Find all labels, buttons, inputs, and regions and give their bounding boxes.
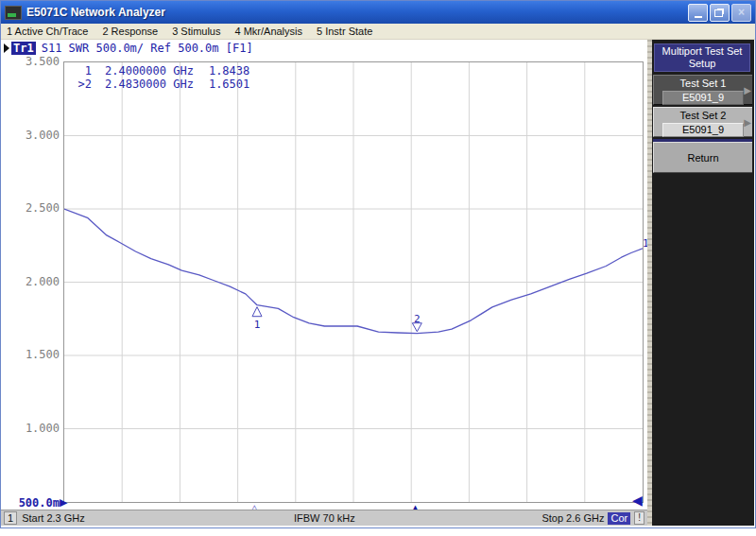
marker-readout: 1 2.4000000 GHz 1.8438 >2 2.4830000 GHz … [73, 64, 249, 91]
graph-area[interactable]: 12 [63, 61, 644, 503]
minimize-button[interactable] [688, 4, 708, 22]
menu-item-stimulus[interactable]: 3 Stimulus [172, 26, 220, 37]
return-button[interactable]: Return [653, 142, 752, 173]
menu-item-mkr-analysis[interactable]: 4 Mkr/Analysis [234, 26, 302, 37]
close-icon: × [738, 7, 745, 18]
test-set-2-label: Test Set 2 [654, 110, 752, 122]
marker-2-triangle-icon[interactable] [412, 323, 421, 332]
start-frequency-label: Start 2.3 GHz [22, 512, 85, 524]
test-set-2-value: E5091_9 [662, 123, 744, 137]
menu-bar: 1 Active Ch/Trace 2 Response 3 Stimulus … [1, 24, 755, 40]
stop-frequency-label: Stop 2.6 GHz [541, 512, 604, 524]
test-set-2-button[interactable]: Test Set 2 E5091_9 ▶ [653, 107, 752, 137]
screen: E5071C Network Analyzer × 1 Active Ch/Tr… [0, 0, 756, 536]
y-tick-3500: 3.500 [9, 55, 60, 68]
active-trace-arrow-icon [4, 43, 9, 53]
softkey-panel-title: Multiport Test Set Setup [654, 43, 750, 72]
window-title: E5071C Network Analyzer [26, 6, 165, 19]
restore-button[interactable] [710, 4, 730, 22]
marker-1-triangle-icon[interactable] [252, 307, 262, 317]
y-tick-2500: 2.500 [9, 201, 60, 215]
window-controls: × [688, 4, 751, 22]
marker-readout-row-1: 1 2.4000000 GHz 1.8438 [73, 64, 249, 78]
test-set-1-button[interactable]: Test Set 1 E5091_9 ▶ [653, 75, 752, 105]
softkey-panel: Multiport Test Set Setup Test Set 1 E509… [652, 40, 754, 526]
test-set-1-label: Test Set 1 [654, 78, 752, 90]
marker-1-frequency: 2.4000000 GHz [105, 64, 194, 78]
test-set-1-value: E5091_9 [662, 91, 744, 105]
marker-2-value: 1.6501 [209, 78, 249, 91]
softkey-panel-title-line2: Setup [655, 58, 749, 70]
marker-2-id: >2 [73, 78, 92, 91]
trace-status-line[interactable]: Tr1 S11 SWR 500.0m/ Ref 500.0m [F1] [4, 41, 253, 56]
menu-item-instr-state[interactable]: 5 Instr State [317, 26, 372, 37]
channel-number-box: 1 [4, 511, 17, 525]
y-tick-2000: 2.000 [9, 275, 60, 288]
softkey-panel-title-line1: Multiport Test Set [655, 45, 749, 58]
menu-item-response[interactable]: 2 Response [102, 26, 158, 37]
trace-name-badge[interactable]: Tr1 [11, 42, 36, 55]
restore-icon [714, 9, 723, 17]
minimize-icon [695, 16, 702, 18]
marker-1-number: 1 [254, 319, 261, 331]
submenu-arrow-icon: ▶ [744, 85, 751, 95]
marker-2-frequency: 2.4830000 GHz [105, 78, 194, 91]
marker-1-id: 1 [73, 64, 92, 78]
app-icon [5, 6, 22, 20]
submenu-arrow-icon: ▶ [744, 117, 751, 128]
ifbw-label: IFBW 70 kHz [294, 512, 355, 524]
status-bar-right: Stop 2.6 GHz Cor ! [541, 511, 644, 525]
y-tick-3000: 3.000 [9, 129, 60, 142]
marker-readout-row-2: >2 2.4830000 GHz 1.6501 [73, 78, 249, 91]
marker-1-value: 1.8438 [209, 64, 249, 78]
correction-status-badge: Cor [608, 512, 630, 525]
y-tick-1500: 1.500 [9, 348, 60, 361]
close-button[interactable]: × [731, 4, 751, 22]
y-tick-1000: 1.000 [9, 422, 60, 435]
swr-trace-plot: 12 [64, 62, 643, 502]
status-bar: 1 Start 2.3 GHz IFBW 70 kHz Stop 2.6 GHz… [1, 510, 647, 526]
title-bar[interactable]: E5071C Network Analyzer × [1, 1, 755, 24]
app-window: E5071C Network Analyzer × 1 Active Ch/Tr… [0, 0, 756, 528]
status-alert-box: ! [634, 511, 644, 525]
reference-level-label: 500.0m [9, 496, 60, 510]
trace-format-text: S11 SWR 500.0m/ Ref 500.0m [F1] [42, 42, 253, 55]
menu-item-active-ch-trace[interactable]: 1 Active Ch/Trace [7, 26, 88, 37]
